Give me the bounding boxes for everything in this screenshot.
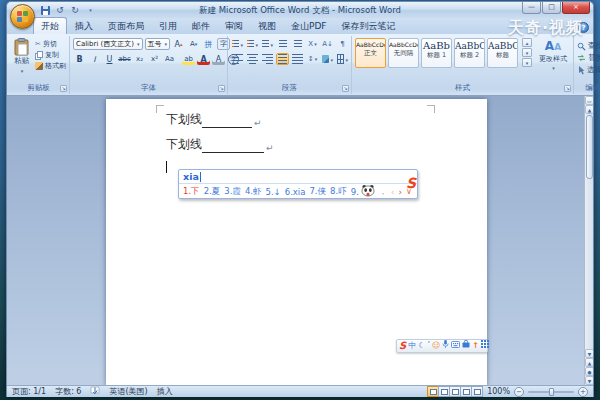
voice-input-icon[interactable] — [442, 339, 449, 353]
tab-save-to-cloud[interactable]: 保存到云笔记 — [335, 18, 403, 34]
previous-page-button[interactable]: ▲ — [585, 358, 593, 367]
replace-button[interactable]: 替换 — [577, 53, 600, 63]
find-button[interactable]: 查找 — [577, 41, 600, 51]
ime-composition[interactable]: xia — [179, 170, 417, 184]
skin-update-icon[interactable]: ↑ — [472, 340, 479, 352]
ime-candidate-8[interactable]: 8.吓 — [330, 186, 347, 198]
next-page-button[interactable]: ▼ — [585, 376, 593, 385]
soft-keyboard-icon[interactable] — [451, 340, 460, 352]
style-heading1[interactable]: AaBb 标题 1 — [421, 38, 452, 68]
asian-layout-button[interactable]: X — [306, 38, 319, 50]
align-center-button[interactable] — [246, 53, 259, 65]
numbering-button[interactable] — [246, 38, 259, 50]
chinese-mode-icon[interactable]: 中 — [408, 340, 416, 352]
insert-mode-indicator[interactable]: 插入 — [157, 386, 173, 397]
emoji-icon[interactable]: ☺ — [432, 340, 440, 352]
ime-candidate-7[interactable]: 7.侠 — [309, 186, 326, 198]
menu-grid-icon[interactable] — [481, 340, 489, 352]
tab-references[interactable]: 引用 — [152, 18, 184, 34]
ime-page-next-icon[interactable]: › — [398, 187, 402, 197]
document-line-2[interactable]: 下划线↵ — [166, 136, 274, 153]
decrease-indent-button[interactable] — [276, 38, 289, 50]
minimize-button[interactable]: — — [522, 2, 541, 14]
style-normal[interactable]: AaBbCcDd 正文 — [355, 38, 386, 68]
close-button[interactable]: × — [562, 2, 590, 14]
scroll-up-button[interactable]: ▲ — [585, 105, 593, 114]
style-heading2[interactable]: AaBbC 标题 2 — [454, 38, 485, 68]
ruler-toggle-button[interactable]: ▭ — [585, 96, 593, 105]
ime-page-prev-icon[interactable]: ‹ — [391, 187, 395, 197]
borders-button[interactable] — [336, 53, 349, 65]
tab-kingsoft-pdf[interactable]: 金山PDF — [284, 18, 334, 34]
justify-button[interactable] — [276, 53, 289, 65]
styles-scroll-up-button[interactable]: ▴ — [522, 38, 532, 47]
show-marks-button[interactable]: ¶ — [336, 38, 349, 50]
office-button[interactable] — [10, 4, 35, 29]
change-styles-button[interactable]: AA 更改样式 — [536, 38, 570, 72]
zoom-level[interactable]: 100% — [487, 387, 510, 396]
ime-candidate-6[interactable]: 6.xia — [285, 187, 306, 197]
tab-home[interactable]: 开始 — [33, 17, 67, 34]
vertical-scrollbar[interactable]: ▭ ▲ ▼ ▲ ● ▼ — [584, 96, 593, 386]
font-color-button[interactable]: A — [197, 53, 210, 65]
style-no-spacing[interactable]: AaBbCcDd 无间隔 — [388, 38, 419, 68]
ime-candidate-2[interactable]: 2.夏 — [204, 186, 221, 198]
scrollbar-thumb[interactable] — [586, 115, 593, 179]
multilevel-list-button[interactable] — [261, 38, 274, 50]
tab-page-layout[interactable]: 页面布局 — [101, 18, 151, 34]
zoom-out-button[interactable]: − — [514, 387, 524, 397]
align-left-button[interactable] — [231, 53, 244, 65]
styles-dialog-launcher[interactable] — [564, 85, 571, 92]
change-case-button[interactable]: Aa — [163, 53, 176, 65]
punctuation-icon[interactable]: ’ — [427, 340, 430, 352]
font-name-combobox[interactable]: Calibri (西文正文) — [73, 38, 143, 50]
ime-candidate-1[interactable]: 1.下 — [183, 186, 200, 198]
subscript-button[interactable]: x₂ — [133, 53, 146, 65]
font-dialog-launcher[interactable] — [218, 85, 225, 92]
italic-button[interactable]: I — [88, 53, 101, 65]
scroll-down-button[interactable]: ▼ — [585, 349, 593, 358]
sogou-bar-logo-icon[interactable]: S — [399, 340, 406, 352]
increase-indent-button[interactable] — [291, 38, 304, 50]
styles-more-button[interactable]: ▾ — [522, 58, 532, 67]
format-painter-button[interactable]: 格式刷 — [35, 61, 66, 71]
paste-button[interactable]: 粘贴 — [11, 38, 32, 75]
panda-emoji-icon[interactable] — [361, 184, 375, 199]
ime-candidate-9[interactable]: 9. — [351, 187, 359, 197]
zoom-slider-thumb[interactable] — [549, 388, 554, 396]
toolbox-icon[interactable] — [462, 340, 470, 352]
fullhalf-moon-icon[interactable]: ☾ — [418, 340, 425, 352]
bullets-button[interactable] — [231, 38, 244, 50]
highlight-color-button[interactable]: ab — [182, 53, 195, 65]
tab-view[interactable]: 视图 — [251, 18, 283, 34]
align-right-button[interactable] — [261, 53, 274, 65]
tab-insert[interactable]: 插入 — [68, 18, 100, 34]
cut-button[interactable]: ✂ 剪切 — [35, 39, 66, 49]
paragraph-dialog-launcher[interactable] — [342, 85, 349, 92]
styles-scroll-down-button[interactable]: ▾ — [522, 48, 532, 57]
language-indicator[interactable]: 英语(美国) — [109, 386, 147, 397]
phonetic-guide-button[interactable]: 拼 — [202, 38, 215, 50]
word-count[interactable]: 字数: 6 — [55, 386, 81, 397]
tab-mailings[interactable]: 邮件 — [185, 18, 217, 34]
copy-button[interactable]: 复制 — [35, 50, 66, 60]
draft-view-button[interactable] — [471, 386, 483, 397]
line-spacing-button[interactable]: ↕ — [306, 53, 319, 65]
help-button[interactable]: ? — [578, 22, 589, 33]
shading-button[interactable] — [321, 53, 334, 65]
grow-font-button[interactable]: A▴ — [172, 38, 185, 50]
zoom-slider[interactable] — [528, 391, 574, 393]
page-indicator[interactable]: 页面: 1/1 — [12, 386, 46, 397]
font-size-combobox[interactable]: 五号 — [145, 38, 171, 50]
tab-review[interactable]: 审阅 — [218, 18, 250, 34]
style-title[interactable]: AaBbC 标题 — [487, 38, 518, 68]
sort-button[interactable]: A↓ — [321, 38, 334, 50]
maximize-button[interactable]: □ — [542, 2, 561, 14]
strikethrough-button[interactable]: abc — [118, 53, 131, 65]
select-browse-object-button[interactable]: ● — [585, 367, 593, 376]
ime-candidate-4[interactable]: 4.虾 — [245, 186, 262, 198]
ime-candidate-3[interactable]: 3.霞 — [224, 186, 241, 198]
distribute-button[interactable] — [291, 53, 304, 65]
superscript-button[interactable]: x² — [148, 53, 161, 65]
clipboard-dialog-launcher[interactable] — [60, 85, 67, 92]
